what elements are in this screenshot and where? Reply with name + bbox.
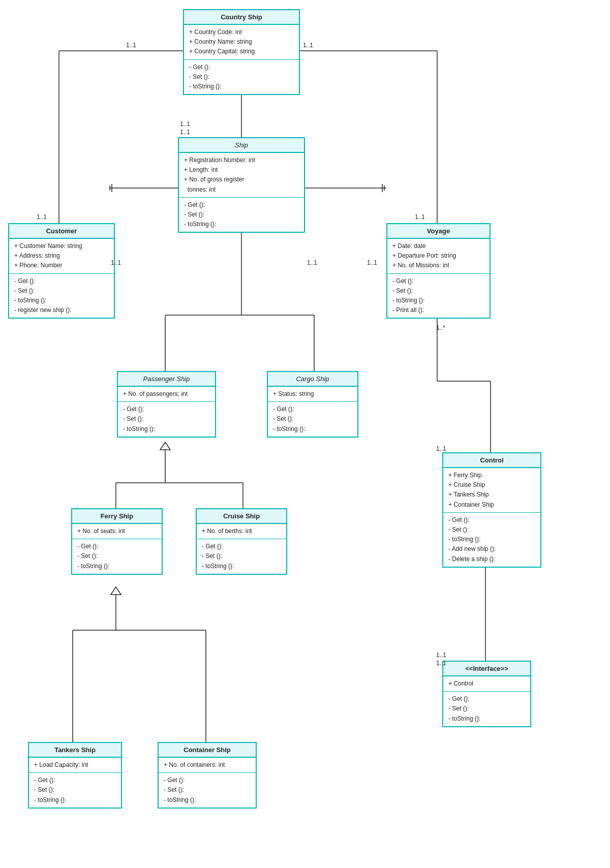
customer-box: Customer + Customer Name: string + Addre… [8, 223, 115, 319]
svg-marker-29 [111, 587, 121, 595]
mult-country-left: 1..1 [126, 42, 136, 49]
interface-attrs: + Control [443, 676, 530, 692]
interface-box: <<Interface>> + Control - Get (): - Set … [442, 661, 531, 727]
cruise-ship-methods: - Get (): - Set (): - toString (): [197, 539, 286, 574]
ferry-ship-methods: - Get (): - Set (): - toString (): [72, 539, 162, 574]
container-ship-attrs: + No. of containers: int [159, 758, 256, 773]
voyage-title: Voyage [387, 224, 490, 239]
voyage-attrs: + Date: date + Departure Port: string + … [387, 239, 490, 274]
customer-title: Customer [9, 224, 114, 239]
ship-box: Ship + Registration Number: int + Length… [178, 137, 305, 233]
country-ship-box: Country Ship + Country Code: int + Count… [183, 9, 300, 95]
ship-title: Ship [179, 138, 304, 153]
container-ship-box: Container Ship + No. of containers: int … [158, 742, 257, 809]
passenger-ship-attrs: + No. of passengers: int [118, 387, 215, 402]
container-ship-title: Container Ship [159, 743, 256, 758]
cargo-ship-box: Cargo Ship + Status: string - Get (): - … [267, 371, 358, 438]
ferry-ship-title: Ferry Ship [72, 509, 162, 524]
mult-voyage-top: 1..1 [415, 213, 425, 221]
tankers-ship-attrs: + Load Capacity: int [29, 758, 121, 773]
mult-voyage-ship2: 1..1 [367, 259, 377, 266]
voyage-methods: - Get (): - Set (): - toString (): - Pri… [387, 274, 490, 318]
ship-methods: - Get (): - Set (): - toString (): [179, 198, 304, 232]
control-title: Control [443, 453, 540, 468]
interface-title: <<Interface>> [443, 662, 530, 676]
customer-methods: - Get (): - Set (): - toString (): - reg… [9, 274, 114, 318]
cargo-ship-title: Cargo Ship [268, 372, 357, 387]
country-ship-attrs: + Country Code: int + Country Name: stri… [184, 25, 299, 60]
mult-voyage-ship: 1..1 [307, 259, 317, 266]
country-ship-title: Country Ship [184, 10, 299, 25]
customer-attrs: + Customer Name: string + Address: strin… [9, 239, 114, 274]
mult-customer-top: 1..1 [37, 213, 47, 221]
control-methods: - Get (): - Set (): - toString (): - Add… [443, 513, 540, 567]
mult-customer-ship: 1..1 [111, 259, 121, 266]
passenger-ship-box: Passenger Ship + No. of passengers: int … [117, 371, 216, 438]
tankers-ship-title: Tankers Ship [29, 743, 121, 758]
passenger-ship-title: Passenger Ship [118, 372, 215, 387]
svg-marker-20 [160, 442, 170, 450]
mult-control-iface-bot2: 1..1 [436, 660, 446, 667]
country-ship-methods: - Get (): - Set (): - toString (): [184, 60, 299, 95]
cargo-ship-attrs: + Status: string [268, 387, 357, 402]
mult-voyage-control: 1..* [436, 324, 445, 331]
control-box: Control + Ferry Ship + Cruise Ship + Tan… [442, 452, 541, 568]
container-ship-methods: - Get (): - Set (): - toString (): [159, 773, 256, 808]
ferry-ship-box: Ferry Ship + No. of seats: int - Get ():… [71, 508, 163, 575]
tankers-ship-box: Tankers Ship + Load Capacity: int - Get … [28, 742, 122, 809]
uml-diagram: Country Ship + Country Code: int + Count… [0, 0, 610, 868]
ferry-ship-attrs: + No. of seats: int [72, 524, 162, 539]
mult-ship-bottom2: 1..1 [180, 129, 190, 136]
cruise-ship-box: Cruise Ship + No. of berths: int - Get (… [196, 508, 287, 575]
passenger-ship-methods: - Get (): - Set (): - toString (): [118, 402, 215, 437]
interface-methods: - Get (): - Set (): - toString (): [443, 692, 530, 726]
cargo-ship-methods: - Get (): - Set (): - toString (): [268, 402, 357, 437]
mult-control-iface-top: 1..1 [436, 445, 446, 452]
cruise-ship-title: Cruise Ship [197, 509, 286, 524]
voyage-box: Voyage + Date: date + Departure Port: st… [386, 223, 491, 319]
mult-country-right: 1..1 [303, 42, 313, 49]
control-attrs: + Ferry Ship + Cruise Ship + Tankers Shi… [443, 468, 540, 513]
tankers-ship-methods: - Get (): - Set (): - toString (): [29, 773, 121, 808]
cruise-ship-attrs: + No. of berths: int [197, 524, 286, 539]
ship-attrs: + Registration Number: int + Length: int… [179, 153, 304, 198]
mult-ship-bottom1: 1..1 [180, 120, 190, 128]
mult-control-iface-bot: 1..1 [436, 652, 446, 659]
